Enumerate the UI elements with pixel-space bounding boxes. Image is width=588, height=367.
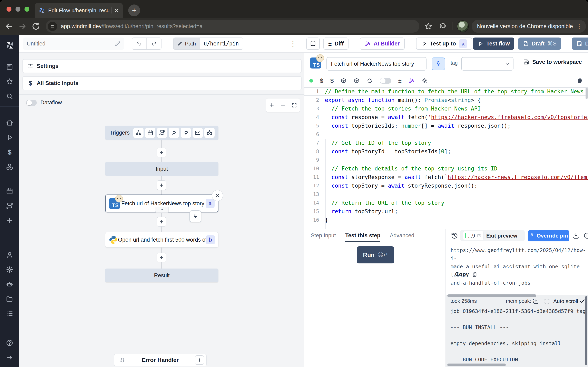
windmill-logo[interactable]: [5, 40, 15, 50]
logs-panel[interactable]: took 258ms mem peak: 2 Auto scroll job=0…: [446, 295, 588, 367]
pinned-step-indicator[interactable]: [190, 210, 201, 222]
check-icon[interactable]: [579, 298, 585, 304]
sidebar-item-help[interactable]: [6, 339, 14, 347]
zoom-in-icon[interactable]: [269, 102, 275, 108]
window-zoom-button[interactable]: [25, 7, 29, 12]
chrome-menu-icon[interactable]: ⋮: [576, 23, 582, 30]
zoom-out-icon[interactable]: [280, 102, 286, 108]
history-icon[interactable]: [451, 232, 458, 239]
input-node[interactable]: Input: [105, 162, 218, 176]
sidebar-item-runs[interactable]: [6, 133, 14, 142]
override-pin-button[interactable]: Override pin: [528, 230, 569, 242]
flow-step-b[interactable]: Open url and fetch first 500 words of ..…: [105, 232, 218, 248]
dataflow-toggle[interactable]: [26, 100, 37, 106]
step-result-value[interactable]: https://www.geoffreylitt.com/2025/04/12/…: [450, 246, 585, 287]
sidebar-item-users[interactable]: [6, 251, 14, 259]
docs-button[interactable]: [306, 38, 320, 50]
download-result-icon[interactable]: [572, 232, 579, 239]
editor-toggle[interactable]: [380, 78, 391, 84]
fit-view-icon[interactable]: [291, 102, 297, 108]
code-line-4[interactable]: 4 const response = await fetch('https://…: [304, 113, 588, 122]
auto-scroll-label[interactable]: Auto scroll: [553, 298, 578, 304]
draft-button[interactable]: Draft ⌘S: [518, 38, 561, 50]
sidebar-item-workspace[interactable]: [6, 63, 14, 71]
tab-step-input[interactable]: Step Input: [311, 229, 336, 242]
logs-hscrollbar[interactable]: [447, 364, 506, 366]
insert-step-button[interactable]: [156, 253, 166, 262]
code-line-12[interactable]: 12 const topStory = await storyResponse.…: [304, 182, 588, 190]
chrome-update-button[interactable]: Nouvelle version de Chrome disponible ⋮: [472, 20, 586, 33]
sidebar-item-schedules[interactable]: [6, 187, 14, 195]
run-button[interactable]: Run⌘↵: [357, 246, 394, 263]
diff-button[interactable]: ±Diff: [323, 38, 348, 50]
tab-advanced[interactable]: Advanced: [390, 229, 414, 242]
code-editor[interactable]: 1// Define the main function to fetch th…: [304, 87, 588, 229]
sidebar-item-search[interactable]: [6, 92, 14, 100]
flow-step-a[interactable]: TS Fetch url of HackerNews top story a: [105, 194, 218, 212]
back-icon[interactable]: [4, 22, 13, 31]
package-icon[interactable]: [341, 78, 347, 84]
external-link-icon[interactable]: [477, 234, 481, 238]
sidebar-item-favorites[interactable]: [6, 77, 14, 86]
sidebar-item-expand[interactable]: [6, 354, 14, 362]
bookmark-star-icon[interactable]: [424, 22, 432, 30]
save-to-workspace-button[interactable]: Save to workspace: [523, 59, 582, 65]
package-icon[interactable]: [354, 78, 360, 84]
browser-tab[interactable]: Edit Flow u/henri/pin_results: [35, 3, 123, 18]
step-title-input[interactable]: Fetch url of HackerNews top story: [327, 57, 426, 71]
dollar-icon[interactable]: $: [330, 77, 334, 84]
sidebar-item-audit-logs[interactable]: [6, 309, 14, 318]
logs-hscrollbar[interactable]: [447, 294, 536, 297]
error-handler-node[interactable]: Error Handler: [114, 354, 207, 366]
pin-toggle-button[interactable]: [432, 58, 445, 70]
result-node[interactable]: Result: [105, 268, 218, 282]
sidebar-item-triggers[interactable]: [6, 202, 14, 210]
window-minimize-button[interactable]: [16, 7, 20, 12]
trigger-webhook-button[interactable]: [133, 128, 144, 138]
trigger-route-button[interactable]: [157, 128, 167, 138]
copy-result-button[interactable]: Copy: [455, 271, 477, 277]
trigger-mail-button[interactable]: [192, 128, 203, 138]
trigger-watch-button[interactable]: [204, 128, 215, 138]
sidebar-item-folders[interactable]: [6, 295, 14, 303]
gear-icon[interactable]: [422, 78, 428, 84]
refresh-icon[interactable]: [367, 78, 373, 84]
more-options-icon[interactable]: ⋮: [289, 39, 297, 49]
flow-path-field[interactable]: Path u/henri/pin: [173, 38, 243, 50]
info-icon[interactable]: [584, 232, 588, 239]
new-tab-button[interactable]: +: [128, 4, 140, 16]
job-id-badge[interactable]: ...9: [463, 231, 484, 240]
code-line-1[interactable]: 1// Define the main function to fetch th…: [304, 87, 588, 96]
undo-button[interactable]: [132, 38, 146, 49]
reload-icon[interactable]: [31, 22, 40, 31]
code-line-6[interactable]: 6: [304, 130, 588, 139]
sidebar-item-resources[interactable]: [6, 163, 14, 171]
flow-name-field[interactable]: Untitled: [23, 38, 124, 50]
code-line-16[interactable]: 16}: [304, 216, 588, 224]
collapse-step-button[interactable]: [155, 207, 169, 213]
code-line-13[interactable]: 13: [304, 190, 588, 199]
editor-scrollbar[interactable]: [586, 88, 588, 99]
ai-builder-button[interactable]: AI Builder: [360, 38, 405, 50]
address-bar[interactable]: app.windmill.dev/flows/edit/u/henri/pin_…: [46, 20, 419, 33]
logs-vscrollbar[interactable]: [585, 296, 587, 365]
trigger-plug-bolt-button[interactable]: [181, 128, 191, 138]
insert-step-button[interactable]: [156, 180, 166, 190]
code-line-11[interactable]: 11 const storyResponse = await fetch(`ht…: [304, 173, 588, 182]
insert-step-button[interactable]: [156, 148, 166, 157]
profile-avatar[interactable]: [457, 20, 469, 32]
dollar-icon[interactable]: $: [320, 77, 323, 84]
sidebar-item-home[interactable]: [6, 119, 14, 127]
diff-mode-icon[interactable]: ±: [398, 77, 401, 84]
code-line-2[interactable]: 2export async function main(): Promise<s…: [304, 96, 588, 104]
code-line-15[interactable]: 15 return topStory.url;: [304, 207, 588, 216]
wand-icon[interactable]: [408, 78, 415, 84]
flow-settings-bar[interactable]: Settings: [22, 59, 302, 73]
insert-step-button[interactable]: [156, 217, 166, 226]
exit-preview-button[interactable]: Exit preview: [486, 233, 517, 239]
library-icon[interactable]: [577, 78, 583, 84]
tab-test-this-step[interactable]: Test this step: [345, 229, 380, 242]
tag-select[interactable]: [461, 57, 513, 71]
expand-logs-icon[interactable]: [544, 298, 550, 304]
code-line-7[interactable]: 7 // Get the ID of the top story: [304, 139, 588, 147]
